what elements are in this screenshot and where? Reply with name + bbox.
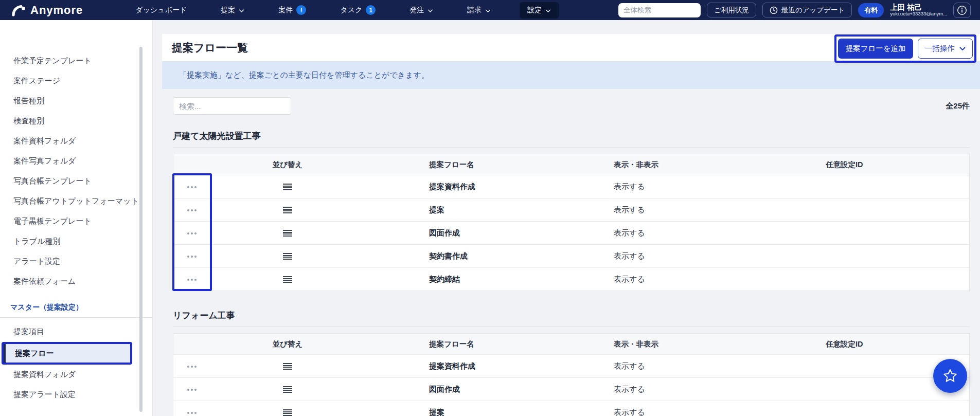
sidebar-item-trouble-type[interactable]: トラブル種別 [0,231,152,251]
drag-handle-icon[interactable] [283,230,292,237]
drag-handle-icon[interactable] [283,386,292,393]
chevron-down-icon [545,6,551,14]
logo-text: Anymore [30,4,83,17]
sidebar-item-report-type[interactable]: 報告種別 [0,91,152,111]
row-menu-button[interactable] [173,378,210,401]
drag-handle-icon[interactable] [283,207,292,213]
nav-item-label: 提案 [221,6,235,15]
app-logo[interactable]: Anymore [11,3,83,17]
sidebar-item-photo-ledger-output-format[interactable]: 写真台帳アウトプットフォーマット [0,191,152,211]
row-visibility: 表示する [601,182,797,192]
row-menu-button[interactable] [173,245,210,268]
header-cell-custom-id: 任意設定ID [797,160,969,170]
info-button[interactable] [953,3,971,18]
ellipsis-icon [187,366,189,368]
sidebar-item-work-schedule-template[interactable]: 作業予定テンプレート [0,51,152,71]
sidebar-item-proposal-flow[interactable]: 提案フロー [4,344,130,363]
chevron-down-icon [427,6,433,14]
nav-item-order[interactable]: 発注 [404,2,438,19]
main-content: 提案フロー一覧 提案フローを追加 一括操作 「提案実施」など、提案ごとの主要な日… [153,20,980,416]
sidebar-item-proposal-item[interactable]: 提案項目 [0,322,152,342]
row-menu-cell [173,401,210,416]
drag-handle-icon[interactable] [283,363,292,370]
sidebar-scrollbar[interactable] [139,47,142,412]
row-flow-name: 契約締結 [365,275,601,284]
chevron-down-icon [239,6,244,14]
sidebar-item-project-stage[interactable]: 案件ステージ [0,71,152,91]
row-sort-cell [210,207,365,213]
row-flow-name: 提案 [365,408,601,416]
drag-handle-icon[interactable] [283,253,292,260]
table-row: 提案資料作成表示する [173,175,969,198]
chevron-down-icon [959,47,966,51]
row-menu-cell [173,355,210,378]
row-menu-button[interactable] [173,175,210,198]
table-row: 提案表示する [173,401,969,416]
nav-badge-project: ! [296,5,306,15]
bulk-actions-button[interactable]: 一括操作 [918,39,973,59]
nav-item-dashboard[interactable]: ダッシュボード [130,2,192,19]
user-menu[interactable]: 上田 祐己 yuki.ueta+33333@anym... [890,3,947,17]
row-flow-name: 提案資料作成 [365,182,601,192]
row-menu-button[interactable] [173,401,210,416]
sidebar-item-inspection-type[interactable]: 検査種別 [0,111,152,131]
navbar-right: ご利用状況 最近のアップデート 有料 上田 祐己 yuki.ueta+33333… [618,3,971,18]
header-cell-sort: 並び替え [210,339,365,349]
ellipsis-icon [187,209,189,211]
table-row: 提案表示する [173,198,969,221]
chevron-down-icon [485,6,491,14]
sidebar-item-project-document-folder[interactable]: 案件資料フォルダ [0,131,152,151]
nav-item-proposal[interactable]: 提案 [216,2,250,19]
drag-handle-icon[interactable] [283,276,292,283]
row-sort-cell [210,184,365,190]
drag-handle-icon[interactable] [283,184,292,190]
flow-sections: 戸建て太陽光設置工事並び替え提案フロー名表示・非表示任意設定ID提案資料作成表示… [173,130,970,416]
sidebar-divider [0,317,152,318]
sidebar-item-alert-setting[interactable]: アラート設定 [0,251,152,272]
drag-handle-icon[interactable] [283,409,292,416]
nav-item-label: 案件 [278,6,293,15]
row-menu-cell [173,245,210,268]
favorite-fab-button[interactable] [933,359,967,393]
row-sort-cell [210,230,365,237]
table-row: 提案資料作成表示する [173,354,969,377]
row-menu-cell [173,198,210,222]
usage-status-button[interactable]: ご利用状況 [707,3,756,17]
sidebar-item-project-photo-folder[interactable]: 案件写真フォルダ [0,151,152,171]
total-count: 全25件 [946,101,970,111]
nav-item-project[interactable]: 案件! [273,2,311,19]
nav-item-label: ダッシュボード [135,6,187,15]
row-menu-button[interactable] [173,222,210,245]
sidebar-item-proposal-alert-setting[interactable]: 提案アラート設定 [0,385,152,405]
flow-section-0: 戸建て太陽光設置工事並び替え提案フロー名表示・非表示任意設定ID提案資料作成表示… [173,130,970,291]
nav-item-settings[interactable]: 設定 [520,2,559,19]
section-divider [173,327,970,327]
row-sort-cell [210,409,365,416]
recent-updates-button[interactable]: 最近のアップデート [762,3,852,17]
flow-search-input[interactable] [173,97,291,115]
add-proposal-flow-button[interactable]: 提案フローを追加 [838,39,913,59]
row-menu-button[interactable] [173,198,210,222]
info-banner-text: 「提案実施」など、提案ごとの主要な日付を管理することができます。 [179,70,429,80]
row-flow-name: 提案 [365,205,601,215]
row-menu-cell [173,222,210,245]
row-flow-name: 契約書作成 [365,251,601,261]
content-area: 全25件 戸建て太陽光設置工事並び替え提案フロー名表示・非表示任意設定ID提案資… [162,97,980,416]
page-title: 提案フロー一覧 [172,41,248,55]
row-menu-button[interactable] [173,355,210,378]
sidebar-item-project-request-form[interactable]: 案件依頼フォーム [0,272,152,292]
nav-item-label: 発注 [409,6,424,15]
user-name: 上田 祐己 [890,3,947,12]
sidebar-item-photo-ledger-template[interactable]: 写真台帳テンプレート [0,171,152,191]
flow-table: 並び替え提案フロー名表示・非表示任意設定ID提案資料作成表示する図面作成表示する… [173,333,970,416]
flow-table: 並び替え提案フロー名表示・非表示任意設定ID提案資料作成表示する提案表示する図面… [173,154,970,291]
row-menu-button[interactable] [173,268,210,291]
global-search-input[interactable] [618,3,701,17]
sidebar-item-proposal-document-folder[interactable]: 提案資料フォルダ [0,365,152,385]
sidebar-item-electronic-blackboard-template[interactable]: 電子黒板テンプレート [0,211,152,231]
nav-item-billing[interactable]: 請求 [462,2,496,19]
nav-item-label: 請求 [467,6,482,15]
nav-item-task[interactable]: タスク1 [335,2,381,19]
ellipsis-icon [187,412,189,414]
row-visibility: 表示する [601,408,797,416]
